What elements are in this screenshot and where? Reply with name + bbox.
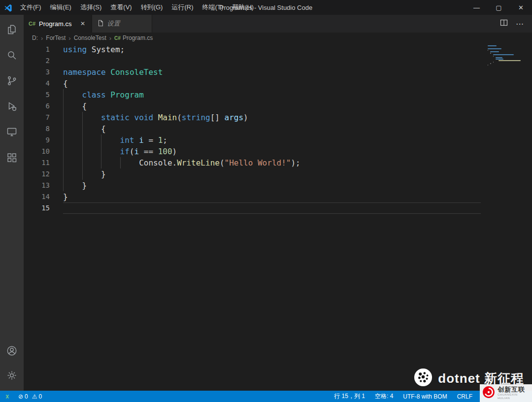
line-number: 10 bbox=[24, 146, 63, 157]
menu-item-5[interactable]: 运行(R) bbox=[167, 0, 198, 15]
token: Program bbox=[110, 90, 143, 100]
code-line-15[interactable]: 15 bbox=[24, 202, 532, 214]
code-line-3[interactable]: 3namespace ConsoleTest bbox=[24, 67, 532, 78]
token: "Hello World!" bbox=[225, 158, 291, 168]
code-line-7[interactable]: 7 static void Main(string[] args) bbox=[24, 112, 532, 123]
token: WriteLine bbox=[177, 158, 220, 168]
minimap-line bbox=[496, 59, 503, 60]
code-text bbox=[63, 202, 481, 214]
breadcrumb-item-1[interactable]: ForTest bbox=[46, 34, 66, 41]
status-item-2[interactable]: UTF-8 with BOM bbox=[399, 393, 450, 400]
breadcrumb-separator: › bbox=[109, 34, 111, 42]
code-line-14[interactable]: 14} bbox=[24, 191, 532, 202]
code-text: } bbox=[63, 168, 481, 180]
search-icon[interactable] bbox=[0, 42, 24, 68]
code-line-8[interactable]: 8 { bbox=[24, 123, 532, 134]
token: i bbox=[134, 147, 139, 156]
remote-explorer-icon[interactable] bbox=[0, 119, 24, 145]
token: = bbox=[144, 135, 158, 145]
tab-label: 设置 bbox=[107, 19, 120, 28]
token: 100 bbox=[158, 147, 172, 156]
minimap[interactable] bbox=[488, 45, 525, 67]
minimize-button[interactable]: — bbox=[466, 0, 488, 15]
token: static bbox=[101, 113, 130, 122]
indent-guide bbox=[82, 123, 101, 134]
minimap-line bbox=[499, 60, 521, 61]
token: ; bbox=[163, 135, 167, 145]
token bbox=[130, 113, 134, 122]
maximize-button[interactable]: ▢ bbox=[488, 0, 510, 15]
minimap-line bbox=[493, 62, 494, 63]
activity-bar-bottom bbox=[0, 338, 24, 391]
code-line-5[interactable]: 5 class Program bbox=[24, 89, 532, 100]
code-line-4[interactable]: 4{ bbox=[24, 78, 532, 89]
breadcrumb-label: ForTest bbox=[46, 34, 66, 41]
line-number: 2 bbox=[24, 55, 63, 67]
tab-program-cs[interactable]: C#Program.cs✕ bbox=[24, 15, 92, 33]
menu-item-7[interactable]: 帮助(H) bbox=[228, 0, 258, 15]
line-number: 7 bbox=[24, 112, 63, 123]
code-line-1[interactable]: 1using System; bbox=[24, 44, 532, 55]
status-item-0[interactable]: 行 15，列 1 bbox=[331, 392, 368, 401]
breadcrumb-item-0[interactable]: D: bbox=[32, 34, 38, 41]
code-line-13[interactable]: 13 } bbox=[24, 180, 532, 191]
activity-bar-top bbox=[0, 17, 24, 170]
code-line-9[interactable]: 9 int i = 1; bbox=[24, 134, 532, 146]
run-debug-icon[interactable] bbox=[0, 94, 24, 119]
breadcrumb-item-3[interactable]: C#Program.cs bbox=[114, 34, 153, 41]
status-bar: ⊘ 0 ⚠ 0 行 15，列 1空格: 4UTF-8 with BOMCRLF bbox=[0, 391, 532, 402]
extensions-icon[interactable] bbox=[0, 145, 24, 170]
menu-item-3[interactable]: 查看(V) bbox=[106, 0, 136, 15]
token: ( bbox=[177, 113, 182, 122]
indent-guide bbox=[63, 146, 82, 157]
editor[interactable]: 1using System;23namespace ConsoleTest4{5… bbox=[24, 43, 532, 391]
token: } bbox=[101, 169, 106, 179]
accounts-icon[interactable] bbox=[0, 338, 24, 363]
tab-close-icon[interactable]: ✕ bbox=[79, 20, 87, 27]
token: Console bbox=[139, 158, 172, 168]
minimap-line bbox=[488, 45, 497, 46]
indent-guide bbox=[63, 180, 82, 191]
code-line-2[interactable]: 2 bbox=[24, 55, 532, 67]
code-line-11[interactable]: 11 Console.WriteLine("Hello World!"); bbox=[24, 157, 532, 168]
minimap-line bbox=[488, 47, 525, 48]
breadcrumb-item-2[interactable]: ConsoleTest bbox=[74, 34, 106, 41]
menu-item-2[interactable]: 选择(S) bbox=[76, 0, 106, 15]
tab-bar: C#Program.cs✕设置 ⋯ bbox=[24, 15, 532, 33]
token: System; bbox=[87, 45, 125, 54]
token: { bbox=[101, 124, 106, 134]
settings-icon[interactable] bbox=[0, 363, 24, 388]
indent-guide bbox=[63, 134, 82, 146]
remote-indicator[interactable] bbox=[0, 391, 15, 402]
indent-guide bbox=[82, 168, 101, 180]
status-item-1[interactable]: 空格: 4 bbox=[371, 392, 397, 401]
menu-item-0[interactable]: 文件(F) bbox=[16, 0, 46, 15]
badge-name: 创新互联 bbox=[498, 386, 530, 393]
problems-indicator[interactable]: ⊘ 0 ⚠ 0 bbox=[15, 391, 45, 402]
tab-settings[interactable]: 设置 bbox=[92, 15, 152, 33]
code-line-12[interactable]: 12 } bbox=[24, 168, 532, 180]
minimap-line bbox=[488, 66, 525, 67]
menu-item-4[interactable]: 转到(G) bbox=[136, 0, 167, 15]
editor-group: C#Program.cs✕设置 ⋯ D:›ForTest›ConsoleTest… bbox=[24, 15, 532, 391]
status-item-3[interactable]: CRLF bbox=[454, 393, 476, 400]
code-line-10[interactable]: 10 if(i == 100) bbox=[24, 146, 532, 157]
breadcrumb-separator: › bbox=[68, 34, 70, 42]
scrollbar[interactable] bbox=[525, 43, 532, 391]
token: using bbox=[63, 45, 87, 54]
code-line-6[interactable]: 6 { bbox=[24, 100, 532, 112]
line-number: 15 bbox=[24, 202, 63, 214]
more-actions-icon[interactable]: ⋯ bbox=[516, 19, 524, 29]
explorer-icon[interactable] bbox=[0, 17, 24, 42]
warning-icon: ⚠ bbox=[32, 393, 37, 400]
menu-item-6[interactable]: 终端(T) bbox=[198, 0, 228, 15]
indent-guide bbox=[82, 157, 101, 168]
code-text: } bbox=[63, 180, 481, 191]
badge-subtext: CHUANGXIN HULIAN bbox=[498, 393, 530, 400]
menu-item-1[interactable]: 编辑(E) bbox=[46, 0, 76, 15]
source-control-icon[interactable] bbox=[0, 68, 24, 94]
split-editor-icon[interactable] bbox=[500, 19, 508, 29]
minimap-line bbox=[496, 57, 502, 58]
close-button[interactable]: ✕ bbox=[510, 0, 532, 15]
breadcrumb-label: D: bbox=[32, 34, 38, 41]
